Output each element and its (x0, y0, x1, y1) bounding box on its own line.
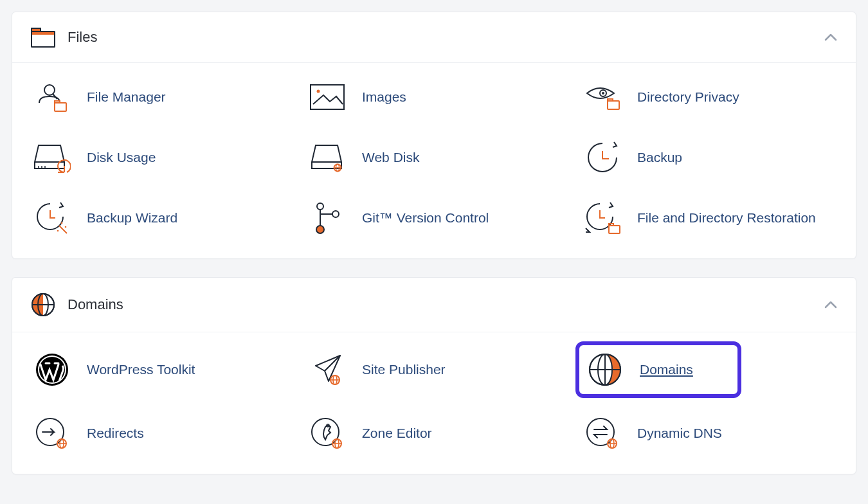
svg-point-9 (317, 90, 320, 93)
svg-rect-8 (311, 85, 344, 109)
file-manager-label: File Manager (87, 89, 166, 105)
svg-rect-12 (608, 101, 619, 109)
zone-editor-link[interactable]: Zone Editor (303, 411, 565, 456)
chevron-up-icon[interactable] (824, 33, 838, 42)
redirects-link[interactable]: Redirects (28, 411, 290, 456)
directory-privacy-link[interactable]: Directory Privacy (578, 75, 840, 120)
site-publisher-label: Site Publisher (362, 361, 446, 378)
svg-rect-32 (609, 226, 620, 233)
domains-grid: WordPress Toolkit Site Publisher (12, 332, 856, 474)
svg-point-29 (332, 211, 339, 217)
web-disk-link[interactable]: Web Disk (303, 135, 565, 180)
files-panel-header[interactable]: Files (12, 12, 856, 63)
domains-panel-header[interactable]: Domains (12, 278, 856, 332)
file-manager-icon (32, 79, 73, 115)
zone-editor-label: Zone Editor (362, 425, 432, 442)
svg-line-41 (325, 356, 340, 371)
redirects-label: Redirects (87, 425, 144, 442)
domains-link[interactable]: Domains (578, 344, 739, 395)
files-grid: File Manager Images (12, 63, 856, 258)
svg-rect-7 (55, 101, 60, 103)
svg-point-28 (317, 203, 323, 210)
file-directory-restoration-link[interactable]: File and Directory Restoration (578, 195, 840, 240)
directory-privacy-icon (582, 79, 623, 115)
dynamic-dns-icon (582, 415, 623, 451)
folder-icon (30, 26, 56, 48)
images-label: Images (362, 89, 406, 105)
domains-icon (584, 352, 626, 388)
svg-point-26 (65, 226, 67, 228)
web-disk-label: Web Disk (362, 149, 419, 166)
dynamic-dns-label: Dynamic DNS (637, 425, 722, 442)
domains-title: Domains (68, 296, 123, 313)
directory-privacy-label: Directory Privacy (637, 89, 739, 105)
wordpress-toolkit-label: WordPress Toolkit (87, 361, 195, 378)
git-icon (307, 200, 348, 236)
file-manager-link[interactable]: File Manager (28, 75, 290, 120)
git-label: Git™ Version Control (362, 210, 489, 226)
backup-icon (582, 140, 623, 176)
dynamic-dns-link[interactable]: Dynamic DNS (578, 411, 840, 456)
redirects-icon (32, 415, 73, 451)
wordpress-icon (32, 352, 73, 388)
backup-wizard-icon (32, 200, 73, 236)
backup-wizard-label: Backup Wizard (87, 210, 177, 226)
wordpress-toolkit-link[interactable]: WordPress Toolkit (28, 344, 290, 395)
files-title: Files (68, 29, 97, 46)
svg-rect-6 (55, 103, 66, 111)
svg-point-27 (57, 230, 59, 232)
files-panel: Files File Manager (12, 12, 856, 259)
git-version-control-link[interactable]: Git™ Version Control (303, 195, 565, 240)
file-restore-icon (582, 200, 623, 236)
globe-icon (30, 292, 56, 318)
svg-point-30 (316, 226, 324, 233)
chevron-up-icon[interactable] (824, 300, 838, 309)
domains-item-label: Domains (640, 361, 693, 378)
images-icon (307, 79, 348, 115)
backup-label: Backup (637, 149, 682, 166)
site-publisher-icon (307, 352, 348, 388)
domains-panel: Domains WordPress Toolkit (12, 277, 856, 474)
zone-editor-icon (307, 415, 348, 451)
disk-usage-link[interactable]: Disk Usage (28, 135, 290, 180)
svg-point-11 (602, 92, 604, 94)
svg-point-25 (61, 222, 63, 224)
backup-wizard-link[interactable]: Backup Wizard (28, 195, 290, 240)
backup-link[interactable]: Backup (578, 135, 840, 180)
disk-usage-icon (32, 140, 73, 176)
file-restore-label: File and Directory Restoration (637, 210, 816, 226)
disk-usage-label: Disk Usage (87, 149, 156, 166)
site-publisher-link[interactable]: Site Publisher (303, 344, 565, 395)
web-disk-icon (307, 140, 348, 176)
images-link[interactable]: Images (303, 75, 565, 120)
svg-rect-13 (608, 99, 613, 101)
